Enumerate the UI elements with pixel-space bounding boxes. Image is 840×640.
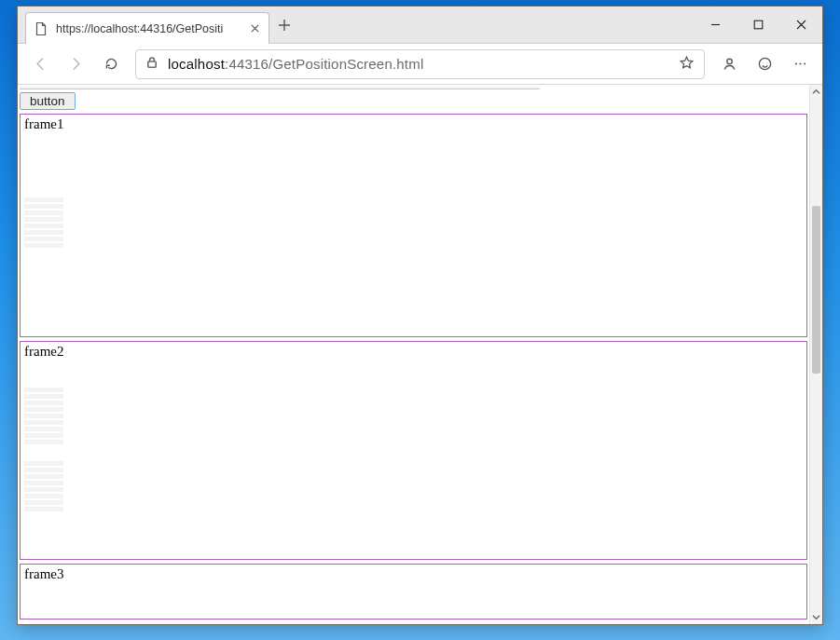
scroll-thumb[interactable] — [812, 206, 820, 374]
window-maximize-button[interactable] — [737, 7, 779, 43]
viewport: button frame1 frame2 — [18, 85, 822, 624]
page-content: button frame1 frame2 — [18, 85, 809, 624]
vertical-scrollbar[interactable] — [809, 85, 822, 624]
ghost-text-icon — [24, 197, 63, 248]
new-tab-button[interactable] — [269, 7, 299, 43]
url-text: localhost:44316/GetPositionScreen.html — [168, 56, 669, 72]
forward-button[interactable] — [59, 48, 92, 80]
svg-point-7 — [799, 62, 801, 64]
refresh-button[interactable] — [94, 48, 128, 80]
frame-label: frame1 — [24, 116, 63, 131]
window-minimize-button[interactable] — [694, 7, 737, 43]
url-host: localhost — [168, 56, 225, 72]
profile-button[interactable] — [712, 48, 746, 80]
favorite-button[interactable] — [679, 55, 695, 74]
svg-point-4 — [762, 62, 763, 63]
iframe-frame1[interactable]: frame1 — [20, 114, 807, 337]
svg-point-2 — [726, 59, 731, 63]
svg-point-8 — [804, 62, 806, 64]
frame-label: frame3 — [24, 566, 63, 581]
browser-tab[interactable]: https://localhost:44316/GetPositi — [25, 12, 269, 44]
scroll-down-button[interactable] — [810, 610, 822, 624]
scroll-track[interactable] — [810, 99, 822, 610]
window-controls — [694, 7, 822, 43]
svg-rect-1 — [148, 61, 156, 67]
address-bar[interactable]: localhost:44316/GetPositionScreen.html — [135, 49, 705, 79]
svg-point-3 — [759, 58, 770, 69]
svg-point-5 — [766, 62, 767, 63]
more-button[interactable] — [783, 48, 817, 80]
collapsed-top-strip — [20, 87, 540, 89]
iframe-frame3[interactable]: frame3 — [20, 564, 807, 620]
back-button[interactable] — [23, 48, 57, 80]
titlebar: https://localhost:44316/GetPositi — [18, 7, 822, 44]
window-close-button[interactable] — [779, 7, 822, 43]
tab-title: https://localhost:44316/GetPositi — [56, 22, 241, 35]
iframe-frame2[interactable]: frame2 — [20, 341, 807, 560]
tab-close-button[interactable] — [248, 22, 261, 35]
scroll-up-button[interactable] — [810, 85, 822, 99]
browser-window: https://localhost:44316/GetPositi — [17, 6, 823, 625]
svg-rect-0 — [754, 20, 763, 29]
feedback-button[interactable] — [748, 48, 781, 80]
ghost-text-icon — [24, 388, 63, 444]
url-path: :44316/GetPositionScreen.html — [225, 56, 423, 72]
svg-point-6 — [794, 62, 796, 64]
page-button[interactable]: button — [20, 92, 76, 110]
ghost-text-icon — [24, 461, 63, 511]
page-icon — [34, 21, 48, 36]
lock-icon — [145, 56, 158, 72]
toolbar: localhost:44316/GetPositionScreen.html — [18, 44, 822, 85]
frame-label: frame2 — [24, 344, 63, 359]
